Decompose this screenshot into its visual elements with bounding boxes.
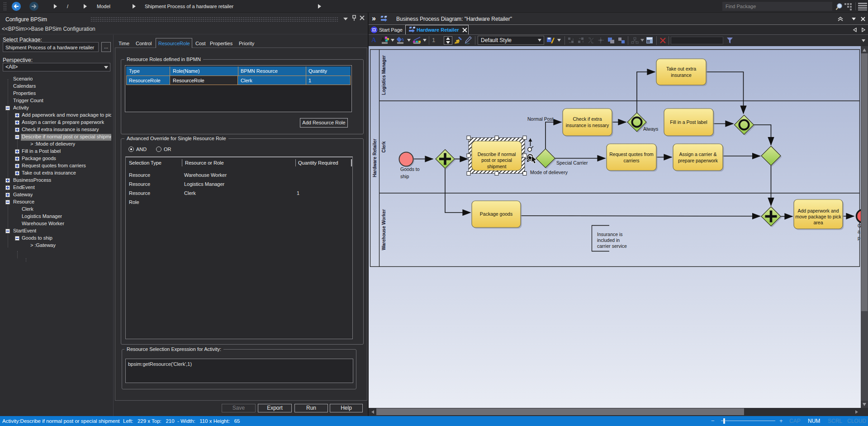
svg-text:Hardware Retailer: Hardware Retailer bbox=[372, 139, 377, 177]
svg-text:ship: ship bbox=[400, 174, 409, 179]
svg-text:Always: Always bbox=[643, 126, 658, 132]
svg-text:prepare paperwork: prepare paperwork bbox=[678, 158, 718, 163]
svg-text:Fill in a Post label: Fill in a Post label bbox=[670, 119, 707, 125]
svg-text:Assign a carrier &: Assign a carrier & bbox=[679, 151, 717, 157]
svg-text:carriers: carriers bbox=[623, 158, 639, 163]
svg-text:insurance is nessary: insurance is nessary bbox=[566, 123, 609, 128]
svg-text:Normal Post: Normal Post bbox=[527, 116, 554, 122]
svg-text:Mode of delievery: Mode of delievery bbox=[530, 170, 568, 175]
svg-text:Insurance is: Insurance is bbox=[597, 232, 623, 237]
svg-text:carrier service: carrier service bbox=[597, 243, 627, 249]
svg-text:Take out extra: Take out extra bbox=[666, 66, 696, 71]
svg-text:Check if extra: Check if extra bbox=[573, 116, 602, 122]
svg-text:A: A bbox=[381, 37, 384, 42]
svg-text:shipment: shipment bbox=[487, 164, 507, 169]
svg-text:a: a bbox=[858, 229, 860, 234]
svg-text:G: G bbox=[858, 223, 861, 228]
svg-text:Logistics Manager: Logistics Manager bbox=[381, 55, 386, 95]
svg-text:move package to pick: move package to pick bbox=[795, 214, 841, 219]
svg-text:insurance: insurance bbox=[671, 72, 692, 78]
svg-text:Warehouse Worker: Warehouse Worker bbox=[381, 209, 386, 251]
svg-text:p: p bbox=[858, 235, 860, 241]
svg-text:included in: included in bbox=[597, 237, 620, 243]
svg-text:Describe if normal: Describe if normal bbox=[478, 151, 516, 157]
svg-text:Goods to: Goods to bbox=[400, 166, 420, 172]
svg-text:Request quotes from: Request quotes from bbox=[609, 151, 654, 157]
svg-text:Package goods: Package goods bbox=[480, 211, 512, 217]
svg-text:Clerk: Clerk bbox=[381, 141, 386, 152]
svg-text:Special Carrier: Special Carrier bbox=[556, 160, 588, 166]
svg-text:Add paperwork and: Add paperwork and bbox=[797, 208, 839, 213]
svg-text:area: area bbox=[813, 220, 823, 225]
svg-text:post or special: post or special bbox=[481, 157, 512, 163]
